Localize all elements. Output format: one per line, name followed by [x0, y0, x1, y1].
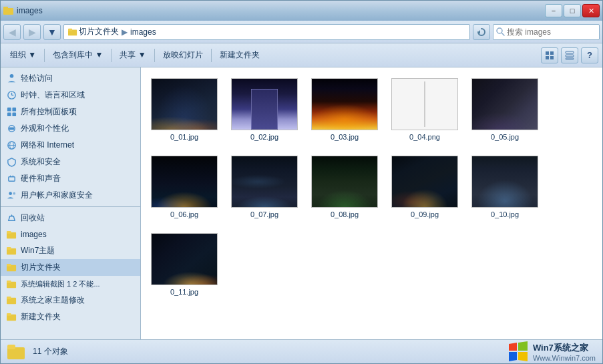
- sidebar-item-win7-themes[interactable]: Win7主题: [1, 242, 140, 259]
- dropdown-button[interactable]: ▼: [43, 24, 61, 40]
- file-item[interactable]: 0_08.jpg: [308, 152, 381, 222]
- sidebar-label-network: 网络和 Internet: [21, 140, 74, 151]
- sidebar-label-users: 用户帐户和家庭安全: [21, 190, 93, 201]
- folder-slice-icon: [6, 262, 17, 273]
- file-name: 0_01.jpg: [170, 133, 198, 141]
- sidebar-item-easy-access[interactable]: 轻松访问: [1, 70, 140, 87]
- organize-button[interactable]: 组织 ▼: [5, 47, 41, 63]
- file-item[interactable]: 0_09.jpg: [388, 152, 461, 222]
- forward-button[interactable]: ▶: [23, 24, 41, 40]
- breadcrumb: 切片文件夹 ▶ images: [63, 24, 470, 40]
- title-bar: images − □ ✕: [1, 1, 602, 21]
- sidebar-item-network[interactable]: 网络和 Internet: [1, 137, 140, 154]
- share-button[interactable]: 共享 ▼: [114, 47, 151, 63]
- svg-point-14: [9, 74, 13, 78]
- svg-marker-44: [509, 343, 517, 351]
- minimize-button[interactable]: −: [545, 4, 562, 17]
- svg-rect-33: [7, 247, 11, 250]
- refresh-button[interactable]: [473, 24, 490, 40]
- sidebar-label-hardware: 硬件和声音: [21, 173, 61, 184]
- sidebar-item-control-panel[interactable]: 所有控制面板项: [1, 104, 140, 120]
- sidebar-item-users[interactable]: 用户帐户和家庭安全: [1, 187, 140, 204]
- details-icon: [565, 51, 574, 60]
- file-name: 0_02.jpg: [250, 133, 278, 141]
- sidebar-item-security[interactable]: 系统和安全: [1, 154, 140, 170]
- file-item[interactable]: 0_06.jpg: [148, 152, 221, 222]
- refresh-icon: [477, 27, 486, 37]
- svg-rect-21: [12, 112, 16, 116]
- sidebar-label-win7-themes: Win7主题: [21, 245, 55, 256]
- svg-rect-10: [550, 56, 554, 59]
- sidebar-item-hardware[interactable]: 硬件和声音: [1, 170, 140, 187]
- folder-new-icon: [6, 312, 17, 323]
- file-item[interactable]: 0_07.jpg: [228, 152, 301, 222]
- sidebar-label-slice-folder: 切片文件夹: [21, 262, 61, 273]
- file-name: 0_03.jpg: [331, 133, 359, 141]
- folder-icon: [68, 27, 77, 37]
- file-item[interactable]: 0_02.jpg: [228, 74, 301, 145]
- help-button[interactable]: ?: [581, 47, 598, 63]
- back-button[interactable]: ◀: [3, 24, 21, 40]
- slideshow-button[interactable]: 放映幻灯片: [158, 47, 208, 63]
- new-folder-button[interactable]: 新建文件夹: [214, 47, 265, 63]
- sidebar-item-images[interactable]: images: [1, 226, 140, 242]
- sidebar-item-recycle[interactable]: 回收站: [1, 210, 140, 226]
- window-icon: [3, 5, 14, 16]
- view-toggle-button[interactable]: [541, 47, 558, 63]
- sidebar-label-images: images: [21, 230, 47, 239]
- sidebar-item-theme-edit[interactable]: 系统之家主题修改: [1, 292, 140, 309]
- folder-theme-icon: [6, 295, 17, 306]
- svg-rect-19: [12, 108, 16, 112]
- file-item[interactable]: 0_05.jpg: [468, 74, 542, 145]
- sidebar-item-clock[interactable]: 时钟、语言和区域: [1, 87, 140, 104]
- search-icon: [496, 27, 505, 36]
- file-item[interactable]: 0_03.jpg: [308, 74, 381, 145]
- windows-logo-icon: [508, 341, 529, 363]
- file-name: 0_10.jpg: [491, 210, 519, 218]
- search-input[interactable]: [507, 27, 603, 37]
- svg-rect-39: [7, 297, 11, 299]
- status-logo: Win7系统之家 Www.Winwin7.com: [508, 341, 596, 363]
- file-name: 0_09.jpg: [411, 210, 439, 218]
- toolbar: 组织 ▼ 包含到库中 ▼ 共享 ▼ 放映幻灯片 新建文件夹: [1, 43, 602, 67]
- breadcrumb-current: images: [130, 27, 156, 37]
- title-bar-left: images: [3, 5, 43, 16]
- sidebar-label-clock: 时钟、语言和区域: [21, 89, 85, 101]
- svg-rect-3: [68, 28, 72, 31]
- appearance-icon: [6, 124, 17, 134]
- sidebar-item-slice-folder[interactable]: 切片文件夹: [1, 259, 140, 276]
- file-item[interactable]: 0_10.jpg: [468, 152, 542, 222]
- close-button[interactable]: ✕: [582, 4, 600, 17]
- sidebar-item-screenshots[interactable]: 系统编辑截图 1 2 不能...: [1, 276, 140, 292]
- file-name: 0_07.jpg: [250, 210, 278, 218]
- window-title: images: [17, 6, 43, 15]
- toolbar-separator-3: [154, 49, 155, 62]
- file-name: 0_04.png: [409, 133, 440, 141]
- logo-sub: Www.Winwin7.com: [533, 354, 596, 362]
- file-item[interactable]: 0_04.png: [388, 74, 461, 145]
- maximize-button[interactable]: □: [564, 4, 581, 17]
- svg-rect-23: [9, 128, 14, 130]
- easy-access-icon: [6, 73, 17, 84]
- library-button[interactable]: 包含到库中 ▼: [47, 47, 108, 63]
- breadcrumb-root[interactable]: 切片文件夹: [79, 26, 119, 37]
- sidebar-item-new-folder[interactable]: 新建文件夹: [1, 309, 140, 325]
- file-item[interactable]: 0_11.jpg: [148, 229, 221, 300]
- sidebar-item-appearance[interactable]: 外观和个性化: [1, 120, 140, 137]
- file-name: 0_06.jpg: [170, 210, 198, 218]
- file-item[interactable]: 0_01.jpg: [148, 74, 221, 145]
- sidebar-label-new-folder: 新建文件夹: [21, 311, 61, 323]
- toolbar-right: ?: [541, 47, 598, 63]
- search-bar: [493, 24, 600, 40]
- svg-point-5: [497, 28, 502, 33]
- clock-icon: [6, 90, 17, 101]
- svg-point-28: [9, 192, 12, 195]
- recycle-icon: [6, 213, 17, 224]
- window: images − □ ✕ ◀ ▶ ▼ 切片文件夹 ▶ images: [0, 0, 603, 364]
- details-view-button[interactable]: [561, 47, 578, 63]
- status-bar: 11 个对象 Win7系统之家 Www.Winwin7.com: [1, 339, 602, 363]
- sidebar: 轻松访问 时钟、语言和区域 所有控制面板项: [1, 67, 141, 339]
- svg-rect-43: [7, 345, 15, 349]
- control-panel-icon: [6, 107, 17, 118]
- sidebar-label-screenshots: 系统编辑截图 1 2 不能...: [21, 279, 100, 289]
